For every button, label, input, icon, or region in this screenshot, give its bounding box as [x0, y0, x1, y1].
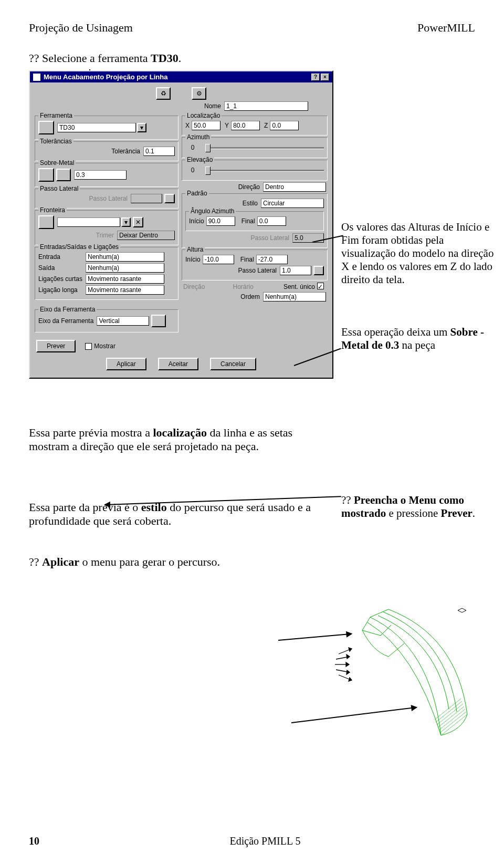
group-elevacao: Elevação 0	[182, 160, 328, 181]
altura-passo-browse-icon[interactable]	[313, 266, 324, 275]
group-localizacao: Localização X Y Z	[182, 116, 328, 136]
dialog-titlebar: Menu Acabamento Projeção por Linha ? ×	[30, 71, 332, 82]
stepover-browse-icon	[164, 194, 175, 203]
angulo-inicio-input[interactable]	[206, 216, 235, 226]
svg-marker-1	[349, 648, 352, 651]
lig-curtas-input[interactable]	[86, 274, 164, 284]
svg-marker-7	[346, 670, 350, 674]
group-angulo-azimuth: Ângulo Azimuth Início Final	[185, 211, 324, 231]
mostrar-checkbox[interactable]	[85, 343, 92, 350]
paragraph-localizacao: Essa parte prévia mostra a localização d…	[29, 426, 307, 453]
padrao-passo-input	[292, 233, 324, 243]
name-label: Nome	[204, 102, 221, 110]
saida-input[interactable]	[86, 263, 164, 273]
header-product: PowerMILL	[417, 21, 475, 35]
mostrar-label: Mostrar	[94, 342, 116, 350]
tool-select-icon[interactable]	[38, 121, 54, 134]
edition-label: Edição PMILL 5	[55, 835, 475, 847]
instruction-aplicar: ?? Aplicar o menu para gerar o percurso.	[29, 555, 475, 569]
page-number: 10	[29, 835, 55, 847]
eixo-config-icon[interactable]	[151, 315, 166, 327]
loc-z-input[interactable]	[270, 121, 299, 130]
eixo-input[interactable]	[97, 316, 149, 326]
instruction-select-tool: ?? Selecione a ferramenta TD30.	[29, 51, 475, 65]
tool-icon[interactable]: ⚙	[192, 87, 206, 100]
boundary-dropdown-icon[interactable]: ▾	[121, 217, 131, 227]
azimuth-slider[interactable]	[205, 142, 324, 153]
direcao-input[interactable]	[263, 182, 326, 192]
name-input[interactable]	[224, 101, 308, 111]
page-footer: 10 Edição PMILL 5	[29, 835, 475, 847]
thickness-icon[interactable]	[38, 168, 54, 182]
annotation-preencha: ?? Preencha o Menu como mostrado e press…	[341, 494, 499, 520]
thickness-input[interactable]	[74, 170, 127, 180]
boundary-input[interactable]	[57, 217, 120, 227]
aplicar-button[interactable]: Aplicar	[106, 358, 146, 370]
cancelar-button[interactable]: Cancelar	[210, 358, 256, 370]
estilo-input[interactable]	[261, 199, 324, 208]
group-azimuth: Azimuth 0	[182, 137, 328, 158]
boundary-icon[interactable]	[38, 215, 54, 229]
svg-marker-5	[346, 662, 349, 667]
recycle-icon[interactable]: ♻	[156, 87, 171, 100]
help-button[interactable]: ?	[311, 74, 320, 81]
group-passo-lateral-left: Passo Lateral Passo Lateral	[35, 189, 178, 209]
dialog-title: Menu Acabamento Projeção por Linha	[44, 73, 167, 81]
group-tolerancias: Tolerâncias Tolerância	[35, 141, 178, 161]
ordem-input[interactable]	[263, 292, 326, 301]
angulo-final-input[interactable]	[257, 216, 286, 226]
dialog-icon	[33, 74, 40, 81]
aceitar-button[interactable]: Aceitar	[158, 358, 198, 370]
header-chapter: Projeção de Usinagem	[29, 21, 133, 35]
group-eixo: Eixo da Ferramenta Eixo da Ferramenta	[35, 309, 178, 332]
stepover-left-input	[131, 194, 162, 203]
group-sobremetal: Sobre-Metal	[35, 163, 178, 187]
boundary-clear-icon[interactable]: ✕	[133, 217, 143, 227]
svg-marker-9	[349, 678, 352, 681]
entrada-input[interactable]	[86, 252, 164, 262]
annotation-altura: Os valores das Alturas de Início e Fim f…	[341, 221, 499, 286]
loc-x-input[interactable]	[192, 121, 220, 130]
altura-inicio-input[interactable]	[203, 255, 234, 264]
altura-passo-input[interactable]	[280, 266, 311, 275]
trimer-input	[117, 231, 175, 240]
group-altura: Altura Início Final Passo Lateral	[182, 249, 328, 280]
close-button[interactable]: ×	[321, 74, 329, 81]
projection-finish-dialog: Menu Acabamento Projeção por Linha ? × ♻…	[29, 70, 333, 379]
group-fronteira: Fronteira ▾ ✕ Trimer	[35, 210, 178, 245]
group-padrao: Padrão Estilo Ângulo Azimuth Início Fina…	[182, 193, 328, 248]
tool-name-input[interactable]	[57, 123, 136, 132]
svg-marker-3	[346, 654, 350, 659]
group-ferramenta: Ferramenta ▾	[35, 116, 178, 140]
annotation-sobremetal: Essa operação deixa um Sobre - Metal de …	[341, 326, 499, 352]
thickness-mode-icon[interactable]	[56, 169, 71, 181]
tolerance-input[interactable]	[143, 147, 175, 156]
sent-unico-checkbox[interactable]: ✓	[317, 283, 324, 289]
altura-final-input[interactable]	[256, 255, 288, 264]
elevacao-slider[interactable]	[205, 165, 324, 175]
group-entradas: Entradas/Saídas e Ligações Entrada Saída…	[35, 247, 178, 300]
prever-button[interactable]: Prever	[36, 340, 76, 352]
tool-dropdown-icon[interactable]: ▾	[137, 123, 146, 132]
paragraph-estilo: Essa parte da prévia é o estilo do percu…	[29, 501, 323, 528]
loc-y-input[interactable]	[231, 121, 260, 130]
lig-longa-input[interactable]	[86, 285, 164, 295]
